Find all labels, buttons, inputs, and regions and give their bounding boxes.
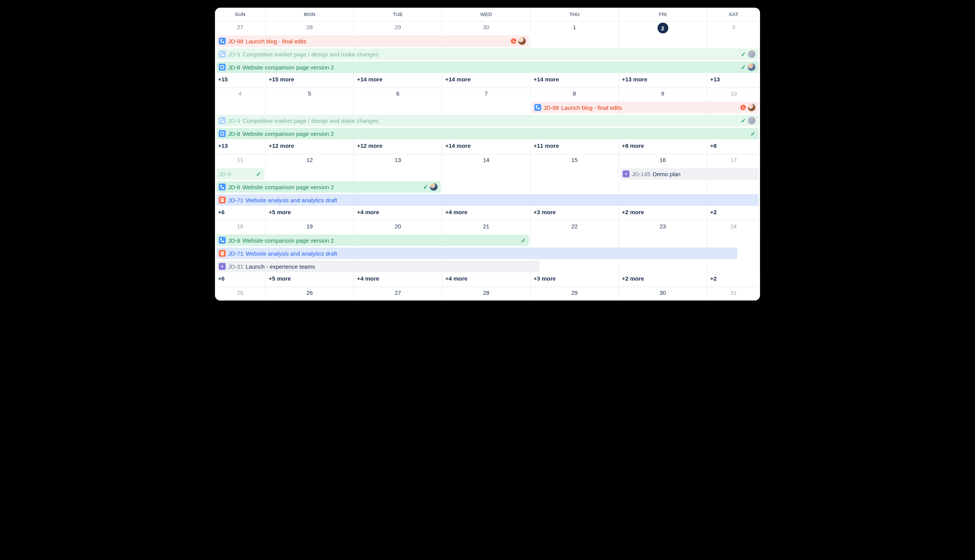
more-link[interactable]: +13 more <box>619 74 707 88</box>
issue-key[interactable]: JD-8 <box>228 237 240 244</box>
date-cell[interactable]: 7 <box>442 88 530 101</box>
issue-key[interactable]: JD-8 <box>228 130 240 137</box>
more-link[interactable]: +8 more <box>619 140 707 154</box>
issue-title[interactable]: Launch blog - final edits <box>561 104 622 111</box>
issue-title[interactable]: Competitive market page / design and mak… <box>243 117 378 124</box>
date-cell[interactable]: 29 <box>530 287 619 300</box>
date-cell[interactable]: 5 <box>266 88 354 101</box>
issue-key[interactable]: JD-31 <box>228 263 243 270</box>
calendar-event[interactable]: JD-98Launch blog - final edits <box>217 35 529 47</box>
date-cell[interactable]: 25 <box>215 287 266 300</box>
date-cell[interactable]: 27 <box>354 287 442 300</box>
more-link[interactable]: +3 more <box>530 273 619 287</box>
calendar-event[interactable]: JD-8Website comparison page version 2✓ <box>217 235 529 246</box>
assignee-avatar[interactable] <box>748 63 755 71</box>
date-cell[interactable]: 12 <box>266 154 354 167</box>
calendar-event[interactable]: JD-8Website comparison page version 2✓ <box>217 181 441 193</box>
calendar-event[interactable]: JD-9Competitive market page / design and… <box>217 115 758 126</box>
more-link[interactable]: +6 <box>215 207 266 220</box>
more-link[interactable]: +2 more <box>619 207 707 220</box>
more-link[interactable]: +13 <box>215 140 266 154</box>
assignee-avatar[interactable] <box>748 117 755 124</box>
assignee-avatar[interactable] <box>430 183 438 191</box>
issue-key[interactable]: JD-9 <box>228 117 240 124</box>
calendar-event[interactable]: JD-71Website analysis and analytics draf… <box>217 194 758 206</box>
date-cell[interactable]: 31 <box>707 287 760 300</box>
more-link[interactable]: +14 more <box>354 74 442 88</box>
more-link[interactable]: +4 more <box>354 207 442 220</box>
date-cell[interactable]: 29 <box>354 22 442 35</box>
more-link[interactable]: +4 more <box>442 273 530 287</box>
issue-key[interactable]: JD-71 <box>228 197 243 203</box>
issue-key[interactable]: JD-9 <box>228 51 240 58</box>
date-cell[interactable]: 30 <box>442 22 530 35</box>
more-link[interactable]: +5 more <box>266 207 354 220</box>
more-link[interactable]: +13 <box>707 74 760 88</box>
more-link[interactable]: +8 <box>707 140 760 154</box>
more-link[interactable]: +4 more <box>354 273 442 287</box>
calendar-event[interactable]: JD-8Website comparison page version 2✓ <box>217 128 758 139</box>
date-cell[interactable]: 23 <box>619 221 707 234</box>
date-cell[interactable]: 4 <box>215 88 266 101</box>
date-cell[interactable]: 9 <box>619 88 707 101</box>
date-cell[interactable]: 16 <box>619 154 707 167</box>
date-cell[interactable]: 13 <box>354 154 442 167</box>
issue-title[interactable]: Competitive market page / design and mak… <box>243 51 378 58</box>
assignee-avatar[interactable] <box>748 50 755 58</box>
date-cell[interactable]: 11 <box>215 154 266 167</box>
assignee-avatar[interactable] <box>518 37 526 45</box>
issue-title[interactable]: Website comparison page version 2 <box>243 184 334 190</box>
issue-title[interactable]: Website analysis and analytics draft <box>246 197 337 203</box>
date-cell[interactable]: 15 <box>530 154 619 167</box>
date-cell[interactable]: 30 <box>619 287 707 300</box>
calendar-event[interactable]: JD-9✓ <box>217 168 264 180</box>
issue-key[interactable]: JD-98 <box>228 38 243 45</box>
more-link[interactable]: +12 more <box>266 140 354 154</box>
more-link[interactable]: +14 more <box>442 140 530 154</box>
date-cell[interactable]: 6 <box>354 88 442 101</box>
more-link[interactable]: +2 <box>707 207 760 220</box>
more-link[interactable]: +12 more <box>354 140 442 154</box>
issue-key[interactable]: JD-8 <box>228 64 240 71</box>
more-link[interactable]: +2 <box>707 273 760 287</box>
date-cell[interactable]: 2 <box>619 22 707 35</box>
calendar-event[interactable]: JD-9Competitive market page / design and… <box>217 48 758 60</box>
date-cell[interactable]: 21 <box>442 221 530 234</box>
issue-title[interactable]: Website comparison page version 2 <box>243 237 334 244</box>
calendar-event[interactable]: JD-8Website comparison page version 2✓ <box>217 62 758 73</box>
date-cell[interactable]: 26 <box>266 287 354 300</box>
date-cell[interactable]: 8 <box>530 88 619 101</box>
issue-title[interactable]: Website analysis and analytics draft <box>246 250 337 257</box>
date-cell[interactable]: 19 <box>266 221 354 234</box>
calendar-event[interactable]: JD-98Launch blog - final edits <box>532 102 758 113</box>
issue-title[interactable]: Launch blog - final edits <box>246 38 306 45</box>
issue-title[interactable]: Demo plan <box>653 171 681 177</box>
calendar-event[interactable]: JD-145Demo plan <box>620 168 758 180</box>
date-cell[interactable]: 22 <box>530 221 619 234</box>
issue-key[interactable]: JD-8 <box>228 184 240 190</box>
date-cell[interactable]: 28 <box>442 287 530 300</box>
issue-title[interactable]: Website comparison page version 2 <box>243 130 334 137</box>
more-link[interactable]: +6 <box>215 273 266 287</box>
date-cell[interactable]: 14 <box>442 154 530 167</box>
assignee-avatar[interactable] <box>748 103 755 111</box>
more-link[interactable]: +14 more <box>530 74 619 88</box>
more-link[interactable]: +15 <box>215 74 266 88</box>
calendar-event[interactable]: JD-31Launch - experience teams <box>217 261 540 272</box>
issue-key[interactable]: JD-9 <box>219 171 231 177</box>
issue-key[interactable]: JD-98 <box>543 104 559 111</box>
more-link[interactable]: +5 more <box>266 273 354 287</box>
more-link[interactable]: +3 more <box>530 207 619 220</box>
issue-title[interactable]: Launch - experience teams <box>246 263 315 270</box>
date-cell[interactable]: 1 <box>530 22 619 35</box>
more-link[interactable]: +4 more <box>442 207 530 220</box>
issue-title[interactable]: Website comparison page version 2 <box>243 64 334 71</box>
date-cell[interactable]: 18 <box>215 221 266 234</box>
more-link[interactable]: +15 more <box>266 74 354 88</box>
more-link[interactable]: +2 more <box>619 273 707 287</box>
date-cell[interactable]: 17 <box>707 154 760 167</box>
date-cell[interactable]: 27 <box>215 22 266 35</box>
more-link[interactable]: +14 more <box>442 74 530 88</box>
date-cell[interactable]: 20 <box>354 221 442 234</box>
date-cell[interactable]: 3 <box>707 22 760 35</box>
